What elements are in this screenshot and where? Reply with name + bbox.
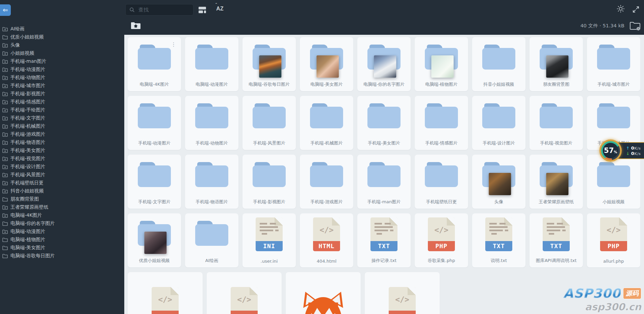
grid-item[interactable]: 手机端壁纸日更 [415,155,468,209]
grid-item[interactable]: 电脑端-美女图片 [300,37,353,91]
grid-item[interactable]: 手机端-美女图片 [357,96,411,150]
upload-speed-unit: K/s [634,147,641,150]
grid-item[interactable]: </> [207,272,282,314]
grid-item[interactable]: 手机端-man图片 [357,155,411,209]
sidebar-item-label: 电脑端-4K图片 [10,212,42,218]
sidebar-item[interactable]: 手机端-情感图片 [0,98,124,106]
folder-icon [253,103,286,128]
grid-item[interactable]: 手机端-风景图片 [242,96,296,150]
sidebar-item[interactable]: 手机端-美女图片 [0,147,124,155]
grid-item[interactable]: 抖音小姐姐视频 [472,37,525,91]
sidebar-item[interactable]: 电脑端-4K图片 [0,211,124,219]
grid-item[interactable]: TXT图库API调用说明.txt [530,213,583,267]
sidebar-item[interactable]: AI绘画 [0,25,124,33]
home-folder-button[interactable] [131,21,140,30]
sort-az-icon[interactable]: ˆ AZ [215,5,225,12]
grid-item[interactable]: 手机端-动物图片 [185,96,238,150]
folder-icon [195,103,228,128]
code-glyph: </> [152,295,179,304]
grid-item[interactable]: 手机端-情感图片 [415,96,468,150]
grid-item[interactable]: 电脑端-谷歌每日图片 [242,37,296,91]
sidebar-item-label: 手机端-动物图片 [10,75,45,81]
sidebar-item[interactable]: 手机端-动漫图片 [0,66,124,74]
grid-item[interactable]: TXT说明.txt [472,213,525,267]
sidebar-item[interactable]: 电脑端-谷歌每日图片 [0,252,124,260]
sidebar-item[interactable]: 手机端-man图片 [0,57,124,66]
layout-grid-icon[interactable] [199,7,206,14]
sidebar-item[interactable]: 手机端-风景图片 [0,171,124,179]
sidebar-item[interactable]: 王者荣耀原画壁纸 [0,203,124,211]
grid-item[interactable]: 手机端-机械图片 [300,96,353,150]
progress-circle-widget[interactable]: 57% [599,139,622,162]
fullscreen-expand-icon[interactable] [632,5,640,15]
grid-item[interactable]: </> [128,272,203,314]
sidebar-item[interactable]: 电脑端-你的名字图片 [0,219,124,228]
item-label: 操作记录.txt [359,258,409,264]
item-label: 电脑端-动漫图片 [187,81,237,87]
grid-item[interactable]: 手机端-视觉图片 [530,96,583,150]
grid-item[interactable]: 手机端-游戏图片 [300,155,353,209]
folder-icon [310,103,343,128]
sidebar-item[interactable]: 手机端-视觉图片 [0,155,124,163]
sidebar-item[interactable]: 手机端-城市图片 [0,82,124,90]
grid-item[interactable]: 手机端-物语图片 [185,155,238,209]
sidebar-item-label: 电脑端-动漫图片 [10,229,45,235]
sidebar-item[interactable]: 优质小姐姐视频 [0,33,124,41]
sidebar-item[interactable]: 手机端-影视图片 [0,90,124,98]
collapse-sidebar-button[interactable]: ⇐ [0,4,11,16]
grid-item[interactable]: 电脑端-植物图片 [415,37,468,91]
grid-item[interactable]: INI.user.ini [242,213,296,267]
grid-item[interactable]: 电脑端-动漫图片 [185,37,238,91]
grid-item[interactable]: AI绘画 [185,213,238,267]
grid-item[interactable]: 头像 [472,155,525,209]
grid-item[interactable]: 王者荣耀原画壁纸 [530,155,583,209]
grid-item[interactable]: </>PHP谷歌采集.php [415,213,468,267]
grid-item[interactable]: 手机端-文字图片 [128,155,181,209]
folder-plus-icon [2,124,8,129]
grid-item[interactable]: 小姐姐视频 [587,155,640,209]
sidebar-item[interactable]: 手机端-文字图片 [0,114,124,122]
grid-item[interactable]: 优质小姐姐视频 [128,213,181,267]
folder-icon [195,162,228,187]
sidebar-item[interactable]: 头像 [0,41,124,49]
download-speed-value: 0 [631,151,634,156]
sidebar-item[interactable]: 手机端壁纸日更 [0,179,124,187]
grid-item[interactable] [286,272,361,314]
sidebar-item[interactable]: 电脑端-美女图片 [0,244,124,252]
sidebar-item[interactable]: 手机端-设计图片 [0,163,124,171]
item-label: 王者荣耀原画壁纸 [531,199,581,205]
sidebar-item[interactable]: 手机端-动物图片 [0,74,124,82]
grid-item[interactable]: TXT操作记录.txt [357,213,411,267]
content-panel: 电脑端-4K图片⋮电脑端-动漫图片电脑端-谷歌每日图片电脑端-美女图片电脑端-你… [124,35,644,314]
search-input[interactable] [138,6,188,13]
grid-item[interactable]: 手机端-城市图片 [587,37,640,91]
folder-plus-icon [2,132,8,137]
grid-item[interactable]: 朋友圈背景图 [530,37,583,91]
sidebar-item[interactable]: 手机端-机械图片 [0,122,124,130]
theme-brightness-icon[interactable] [616,4,625,15]
item-menu-button[interactable]: ⋮ [171,41,176,48]
folder-gear-icon[interactable] [629,20,641,32]
search-box[interactable] [125,4,194,16]
sidebar-item[interactable]: 电脑端-植物图片 [0,236,124,244]
grid-item[interactable]: 电脑端-你的名字图片 [357,37,411,91]
sidebar-item[interactable]: 小姐姐视频 [0,49,124,57]
sidebar-item[interactable]: 抖音小姐姐视频 [0,187,124,195]
item-label: 抖音小姐姐视频 [474,81,524,87]
item-label: 说明.txt [474,258,524,264]
folder-plus-icon [2,213,8,218]
grid-item[interactable]: 手机端-动漫图片 [128,96,181,150]
folder-thumbnail [489,173,511,195]
grid-item[interactable]: </> [365,272,440,314]
sidebar-item[interactable]: 朋友圈背景图 [0,195,124,203]
sidebar-item[interactable]: 手机端-手绘图片 [0,106,124,114]
grid-item[interactable]: 手机端-影视图片 [242,155,296,209]
grid-item[interactable]: 电脑端-4K图片⋮ [128,37,181,91]
sidebar-item[interactable]: 电脑端-动漫图片 [0,228,124,236]
grid-item[interactable]: </>PHPallurl.php [587,213,640,267]
grid-item[interactable]: </>HTML404.html [300,213,353,267]
folder-plus-icon [2,164,8,169]
sidebar-item[interactable]: 手机端-游戏图片 [0,130,124,138]
sidebar-item[interactable]: 手机端-物语图片 [0,138,124,147]
grid-item[interactable]: 手机端-设计图片 [472,96,525,150]
